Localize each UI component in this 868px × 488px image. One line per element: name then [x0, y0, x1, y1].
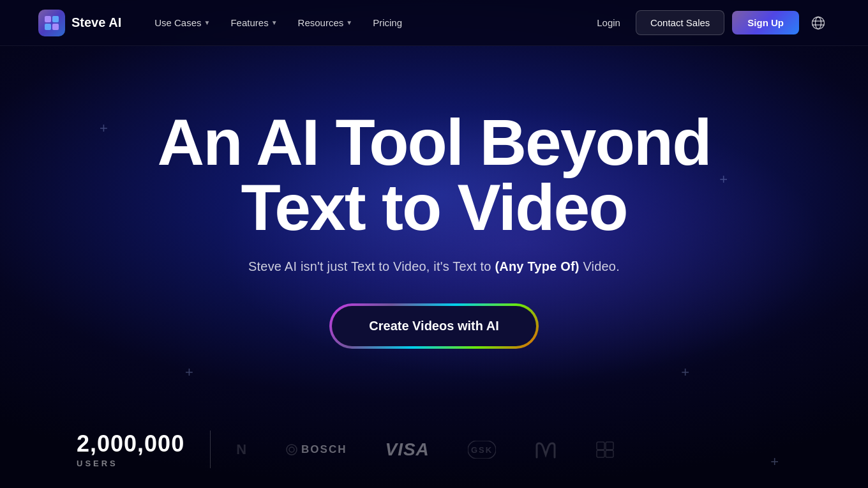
contact-sales-button[interactable]: Contact Sales [636, 10, 724, 35]
nav-link-resources[interactable]: Resources ▼ [290, 12, 361, 33]
navbar: Steve AI Use Cases ▼ Features ▼ Resource… [0, 0, 868, 46]
svg-text:gsk: gsk [471, 445, 493, 455]
nav-link-use-cases[interactable]: Use Cases ▼ [147, 12, 218, 33]
svg-rect-1 [52, 16, 59, 22]
nav-link-features[interactable]: Features ▼ [223, 12, 285, 33]
user-count-label: USERS [77, 459, 184, 468]
nav-links: Use Cases ▼ Features ▼ Resources ▼ Prici… [147, 12, 410, 33]
svg-rect-0 [45, 16, 51, 22]
stats-bar: 2,000,000 USERS n BOSCH VISA gsk [0, 431, 868, 468]
svg-rect-13 [606, 442, 613, 450]
hero-title: An AI Tool Beyond Text to Video [38, 110, 830, 240]
svg-point-9 [289, 447, 294, 452]
svg-rect-15 [606, 450, 613, 457]
language-globe-icon[interactable] [807, 11, 830, 34]
chevron-down-icon: ▼ [204, 19, 211, 26]
svg-rect-12 [597, 442, 604, 450]
user-count-number: 2,000,000 [77, 431, 184, 457]
brand-logos-strip: n BOSCH VISA gsk [236, 439, 615, 460]
brand-logo-partial: n [236, 441, 248, 458]
svg-rect-2 [45, 24, 51, 30]
cta-wrap: Create Videos with AI [38, 305, 830, 347]
chevron-down-icon: ▼ [346, 19, 352, 26]
brand-logo-bosch: BOSCH [286, 443, 347, 456]
hero-section: An AI Tool Beyond Text to Video Steve AI… [0, 46, 868, 424]
svg-point-8 [287, 445, 297, 455]
logo-text: Steve AI [71, 15, 121, 30]
chevron-down-icon: ▼ [271, 19, 278, 26]
brand-logo-partial-right [595, 441, 615, 459]
user-count-block: 2,000,000 USERS [77, 431, 211, 468]
nav-left: Steve AI Use Cases ▼ Features ▼ Resource… [38, 10, 410, 36]
svg-rect-3 [52, 24, 59, 30]
login-button[interactable]: Login [589, 12, 628, 33]
brand-logo-gsk: gsk [468, 441, 496, 459]
signup-button[interactable]: Sign Up [732, 11, 799, 34]
brand-logo-mcdonalds [534, 441, 557, 459]
create-videos-button[interactable]: Create Videos with AI [331, 305, 537, 347]
brand-logo-visa: VISA [385, 439, 429, 460]
svg-point-4 [812, 17, 825, 29]
svg-rect-14 [597, 450, 604, 457]
logo-icon [38, 10, 65, 36]
hero-subtitle-bold: (Any Type Of) [495, 259, 579, 273]
hero-subtitle: Steve AI isn't just Text to Video, it's … [38, 259, 830, 274]
nav-link-pricing[interactable]: Pricing [365, 12, 410, 33]
logo-link[interactable]: Steve AI [38, 10, 121, 36]
svg-point-5 [816, 17, 821, 29]
nav-right: Login Contact Sales Sign Up [589, 10, 830, 35]
